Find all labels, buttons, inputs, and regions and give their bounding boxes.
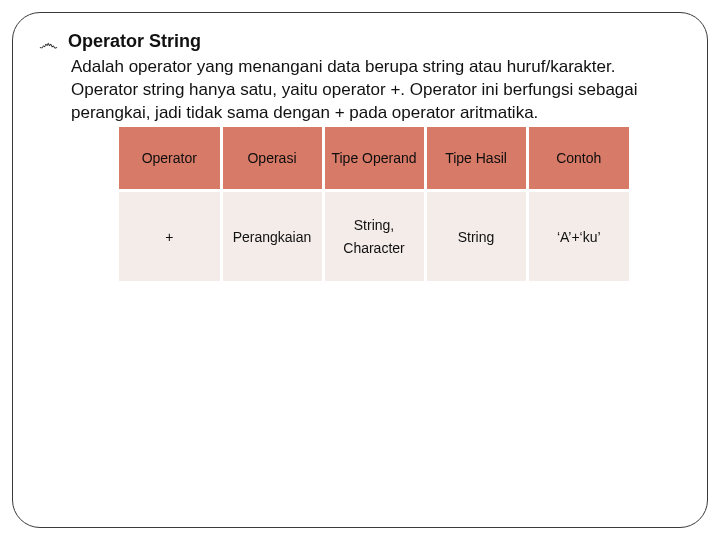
col-tipe-hasil: Tipe Hasil <box>425 127 527 191</box>
cell-operator: + <box>119 191 221 281</box>
slide-frame: ෴ Operator String Adalah operator yang m… <box>12 12 708 528</box>
col-operasi: Operasi <box>221 127 323 191</box>
operator-table: Operator Operasi Tipe Operand Tipe Hasil… <box>119 127 629 281</box>
operator-table-wrap: Operator Operasi Tipe Operand Tipe Hasil… <box>119 127 681 281</box>
table-header-row: Operator Operasi Tipe Operand Tipe Hasil… <box>119 127 629 191</box>
col-tipe-operand: Tipe Operand <box>323 127 425 191</box>
cell-tipe-hasil: String <box>425 191 527 281</box>
section-heading: Operator String <box>68 31 201 52</box>
tipe-operand-line1: String, <box>331 214 418 236</box>
cell-contoh: ‘A’+‘ku’ <box>527 191 629 281</box>
bullet-icon: ෴ <box>39 32 58 54</box>
heading-row: ෴ Operator String <box>39 31 681 54</box>
col-contoh: Contoh <box>527 127 629 191</box>
col-operator: Operator <box>119 127 221 191</box>
table-row: + Perangkaian String, Character String ‘… <box>119 191 629 281</box>
section-description: Adalah operator yang menangani data beru… <box>71 56 681 125</box>
cell-operasi: Perangkaian <box>221 191 323 281</box>
tipe-operand-line2: Character <box>331 237 418 259</box>
cell-tipe-operand: String, Character <box>323 191 425 281</box>
